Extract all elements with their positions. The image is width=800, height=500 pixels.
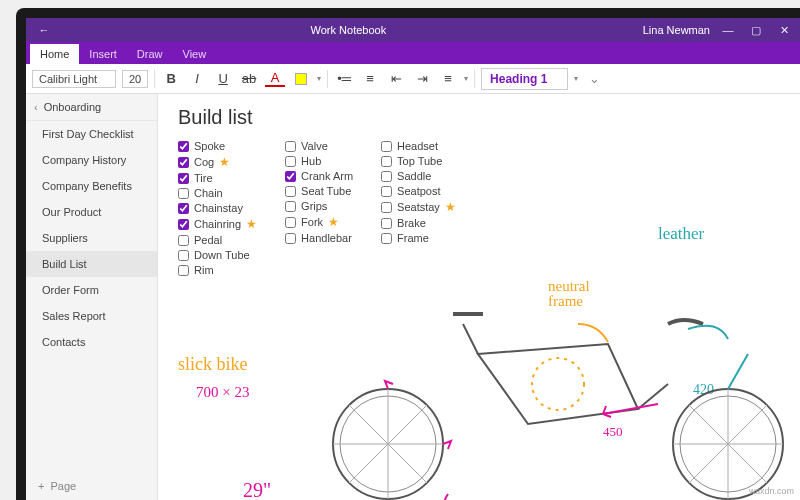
bullets-button[interactable]: •═ [334, 69, 354, 89]
bold-button[interactable]: B [161, 69, 181, 89]
checkbox[interactable] [285, 217, 296, 228]
note-canvas[interactable]: Build list SpokeCog★TireChainChainstayCh… [158, 94, 800, 500]
checklist-item[interactable]: Crank Arm [285, 170, 353, 182]
page-sidebar: ‹ Onboarding First Day ChecklistCompany … [26, 94, 158, 500]
checkbox[interactable] [178, 141, 189, 152]
close-button[interactable]: ✕ [774, 24, 794, 37]
checkbox[interactable] [381, 218, 392, 229]
checklist-item[interactable]: Saddle [381, 170, 456, 182]
sidebar-page-item[interactable]: Build List [26, 251, 157, 277]
checkbox[interactable] [381, 233, 392, 244]
checkbox[interactable] [285, 233, 296, 244]
checkbox[interactable] [285, 201, 296, 212]
section-breadcrumb[interactable]: ‹ Onboarding [26, 94, 157, 121]
checklist-label: Spoke [194, 140, 225, 152]
checklist-item[interactable]: Valve [285, 140, 353, 152]
add-page-button[interactable]: + Page [26, 472, 157, 500]
checklist: SpokeCog★TireChainChainstayChainring★Ped… [178, 140, 456, 276]
star-icon: ★ [445, 200, 456, 214]
checklist-item[interactable]: Chainstay [178, 202, 257, 214]
checkbox[interactable] [178, 219, 189, 230]
ribbon-tab-view[interactable]: View [173, 44, 217, 64]
font-size-select[interactable]: 20 [122, 70, 148, 88]
checkbox[interactable] [285, 141, 296, 152]
checkbox[interactable] [381, 156, 392, 167]
checklist-label: Hub [301, 155, 321, 167]
checklist-item[interactable]: Chainring★ [178, 217, 257, 231]
bicycle-illustration [328, 294, 788, 500]
checkbox[interactable] [178, 235, 189, 246]
sidebar-page-item[interactable]: Company Benefits [26, 173, 157, 199]
checklist-label: Down Tube [194, 249, 250, 261]
checkbox[interactable] [285, 156, 296, 167]
svg-line-7 [388, 444, 427, 483]
svg-line-23 [603, 404, 658, 414]
outdent-button[interactable]: ⇤ [386, 69, 406, 89]
checklist-item[interactable]: Fork★ [285, 215, 353, 229]
checkbox[interactable] [178, 173, 189, 184]
checklist-item[interactable]: Tire [178, 172, 257, 184]
highlight-button[interactable] [291, 69, 311, 89]
svg-line-25 [728, 354, 748, 389]
heading-style-select[interactable]: Heading 1 [481, 68, 568, 90]
checkbox[interactable] [285, 171, 296, 182]
italic-button[interactable]: I [187, 69, 207, 89]
style-fwd-button[interactable]: ⌄ [584, 69, 604, 89]
minimize-button[interactable]: — [718, 24, 738, 36]
font-color-button[interactable]: A [265, 71, 285, 87]
checkbox[interactable] [285, 186, 296, 197]
checklist-item[interactable]: Handlebar [285, 232, 353, 244]
sidebar-page-item[interactable]: Order Form [26, 277, 157, 303]
checklist-item[interactable]: Frame [381, 232, 456, 244]
sidebar-page-item[interactable]: Company History [26, 147, 157, 173]
checkbox[interactable] [381, 186, 392, 197]
align-button[interactable]: ≡ [438, 69, 458, 89]
checkbox[interactable] [381, 202, 392, 213]
watermark: wsxdn.com [749, 486, 794, 496]
ribbon-tab-home[interactable]: Home [30, 44, 79, 64]
checklist-item[interactable]: Down Tube [178, 249, 257, 261]
svg-line-11 [349, 405, 388, 444]
strike-button[interactable]: ab [239, 69, 259, 89]
checkbox[interactable] [178, 157, 189, 168]
checklist-item[interactable]: Rim [178, 264, 257, 276]
checklist-item[interactable]: Seat Tube [285, 185, 353, 197]
checklist-item[interactable]: Spoke [178, 140, 257, 152]
checklist-item[interactable]: Cog★ [178, 155, 257, 169]
sidebar-page-item[interactable]: Contacts [26, 329, 157, 355]
checklist-item[interactable]: Brake [381, 217, 456, 229]
checkbox[interactable] [178, 188, 189, 199]
underline-button[interactable]: U [213, 69, 233, 89]
page-title[interactable]: Build list [178, 106, 252, 129]
sidebar-page-item[interactable]: Our Product [26, 199, 157, 225]
back-button[interactable]: ← [34, 24, 54, 36]
checklist-item[interactable]: Hub [285, 155, 353, 167]
svg-line-19 [689, 405, 728, 444]
svg-line-15 [728, 444, 767, 483]
checklist-item[interactable]: Seatstay★ [381, 200, 456, 214]
checkbox[interactable] [178, 203, 189, 214]
ink-annotation: 29" [243, 479, 271, 500]
sidebar-page-item[interactable]: Suppliers [26, 225, 157, 251]
ribbon-tab-insert[interactable]: Insert [79, 44, 127, 64]
indent-button[interactable]: ⇥ [412, 69, 432, 89]
checklist-item[interactable]: Top Tube [381, 155, 456, 167]
checklist-item[interactable]: Chain [178, 187, 257, 199]
checklist-item[interactable]: Seatpost [381, 185, 456, 197]
numbering-button[interactable]: ≡ [360, 69, 380, 89]
user-name[interactable]: Lina Newman [643, 24, 710, 36]
sidebar-page-item[interactable]: Sales Report [26, 303, 157, 329]
checklist-item[interactable]: Grips [285, 200, 353, 212]
checkbox[interactable] [178, 250, 189, 261]
checklist-item[interactable]: Headset [381, 140, 456, 152]
sidebar-page-item[interactable]: First Day Checklist [26, 121, 157, 147]
checkbox[interactable] [381, 171, 392, 182]
checkbox[interactable] [178, 265, 189, 276]
checklist-item[interactable]: Pedal [178, 234, 257, 246]
checkbox[interactable] [381, 141, 392, 152]
svg-line-9 [349, 444, 388, 483]
checklist-label: Tire [194, 172, 213, 184]
font-name-select[interactable]: Calibri Light [32, 70, 116, 88]
maximize-button[interactable]: ▢ [746, 24, 766, 37]
ribbon-tab-draw[interactable]: Draw [127, 44, 173, 64]
